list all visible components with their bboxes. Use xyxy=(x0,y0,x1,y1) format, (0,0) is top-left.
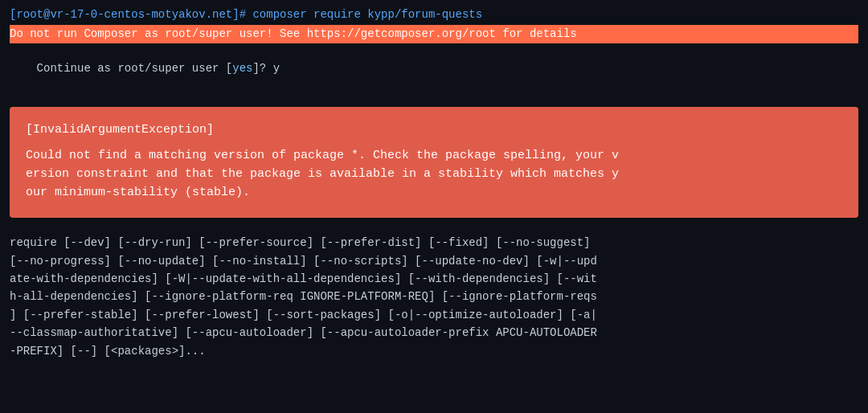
warning-line: Do not run Composer as root/super user! … xyxy=(10,25,858,43)
continue-line: Continue as root/super user [yes]? y xyxy=(10,43,858,94)
error-box: [InvalidArgumentException] Could not fin… xyxy=(10,107,858,218)
error-body: Could not find a matching version of pac… xyxy=(26,146,842,202)
help-text: require [--dev] [--dry-run] [--prefer-so… xyxy=(10,234,858,360)
terminal-window: [root@vr-17-0-centos-motyakov.net]# comp… xyxy=(10,6,858,360)
error-title: [InvalidArgumentException] xyxy=(26,121,842,140)
continue-text-after: ]? y xyxy=(252,62,280,75)
continue-yes: yes xyxy=(232,62,252,75)
top-command-line: [root@vr-17-0-centos-motyakov.net]# comp… xyxy=(10,6,858,23)
continue-text-before: Continue as root/super user [ xyxy=(37,62,233,75)
